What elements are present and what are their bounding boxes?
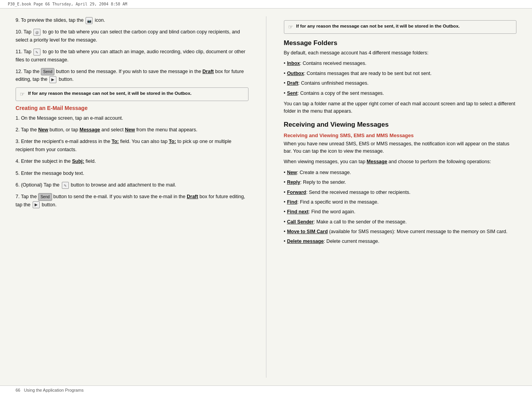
step-1-text: 1. On the Message screen, tap an e-mail … xyxy=(16,115,123,121)
item-9-text: 9. To preview the slides, tap the 📷 icon… xyxy=(16,17,105,23)
attach-icon-11: ✎ xyxy=(33,49,40,56)
op-find-next-label: Find next xyxy=(287,209,309,214)
arrow-icon-12: ▶ xyxy=(49,76,56,83)
folders-footer: You can tap a folder name at the upper r… xyxy=(284,100,517,115)
list-item-10: 10. Tap @ to go to the tab where you can… xyxy=(16,28,248,44)
receiving-sub-heading: Receiving and Viewing SMS, EMS and MMS M… xyxy=(284,132,517,138)
op-new: • New: Create a new message. xyxy=(284,169,517,176)
list-item-12: 12. Tap the Send button to send the mess… xyxy=(16,68,248,84)
note-text-right: If for any reason the message can not be… xyxy=(296,23,460,31)
message-label-viewing: Message xyxy=(367,159,387,164)
folder-inbox: • Inbox: Contains received messages. xyxy=(284,60,517,67)
op-find: • Find: Find a specific word in the mess… xyxy=(284,199,517,206)
creating-step-1: 1. On the Message screen, tap an e-mail … xyxy=(16,114,248,122)
to-label-3: To: xyxy=(112,139,119,144)
step-5-text: 5. Enter the message body text. xyxy=(16,171,84,176)
note-box-left: ☞ If for any reason the message can not … xyxy=(16,87,248,101)
note-icon-left: ☞ xyxy=(20,90,25,98)
new-label-2b: New xyxy=(125,127,135,132)
creating-step-5: 5. Enter the message body text. xyxy=(16,169,248,177)
op-delete: • Delete message: Delete current message… xyxy=(284,238,517,245)
op-reply-label: Reply xyxy=(287,180,300,185)
creating-step-2: 2. Tap the New button, or tap Message an… xyxy=(16,126,248,134)
to-label-3b: To: xyxy=(169,139,176,144)
footer-section: Using the Application Programs xyxy=(24,388,83,392)
folders-intro: By default, each message account has 4 d… xyxy=(284,49,517,57)
page-container: P30_E.book Page 66 Thursday, April 29, 2… xyxy=(0,0,532,394)
right-column: ☞ If for any reason the message can not … xyxy=(278,16,517,378)
footer-page-number: 66 xyxy=(16,388,20,392)
op-move-sim: • Move to SIM Card (available for SMS me… xyxy=(284,228,517,235)
creating-step-4: 4. Enter the subject in the Subj: field. xyxy=(16,157,248,165)
receiving-intro: When you have new unread SMS, EMS or MMS… xyxy=(284,140,517,155)
creating-step-3: 3. Enter the recipient's e-mail address … xyxy=(16,138,248,153)
attach-icon-6: ✎ xyxy=(62,182,69,189)
op-reply: • Reply: Reply to the sender. xyxy=(284,179,517,186)
item-12-text: 12. Tap the Send button to send the mess… xyxy=(16,69,244,82)
note-text-left: If for any reason the message can not be… xyxy=(28,90,191,98)
preview-icon: 📷 xyxy=(86,17,93,24)
draft-label-7: Draft xyxy=(187,194,198,199)
header-text: P30_E.book Page 66 Thursday, April 29, 2… xyxy=(8,2,127,6)
note-icon-right: ☞ xyxy=(288,23,293,31)
step-7-text: 7. Tap the Send button to send the e-mai… xyxy=(16,194,245,207)
left-column: 9. To preview the slides, tap the 📷 icon… xyxy=(16,16,254,378)
item-10-text: 10. Tap @ to go to the tab where you can… xyxy=(16,29,240,42)
footer-bar: 66 Using the Application Programs xyxy=(0,385,532,394)
op-forward: • Forward: Send the received message to … xyxy=(284,189,517,196)
content-area: 9. To preview the slides, tap the 📷 icon… xyxy=(0,9,532,385)
sent-label: Sent xyxy=(287,91,298,96)
draft-label: Draft xyxy=(287,80,298,86)
op-find-next: • Find next: Find the word again. xyxy=(284,208,517,216)
creating-heading: Creating an E-Mail Message xyxy=(16,105,248,111)
op-find-label: Find xyxy=(287,199,297,205)
list-item-11: 11. Tap ✎ to go to the tab where you can… xyxy=(16,48,248,64)
step-6-text: 6. (Optional) Tap the ✎ button to browse… xyxy=(16,182,176,188)
message-label-2: Message xyxy=(79,127,100,132)
folder-outbox: • Outbox: Contains messages that are rea… xyxy=(284,70,517,77)
arrow-icon-7: ▶ xyxy=(33,201,40,208)
draft-label-12: Draft xyxy=(203,69,214,74)
header-bar: P30_E.book Page 66 Thursday, April 29, 2… xyxy=(0,0,532,9)
receiving-heading: Receiving and Viewing Messages xyxy=(284,121,517,129)
viewing-text: When viewing messages, you can tap Messa… xyxy=(284,158,517,166)
cc-icon: @ xyxy=(33,29,40,36)
item-11-text: 11. Tap ✎ to go to the tab where you can… xyxy=(16,49,245,62)
send-button-label-7: Send xyxy=(38,193,52,201)
new-label-2: New xyxy=(38,127,48,132)
op-call-sender-label: Call Sender xyxy=(287,219,314,225)
message-folders-heading: Message Folders xyxy=(284,39,517,47)
subj-label-4: Subj: xyxy=(72,159,84,164)
list-item-9: 9. To preview the slides, tap the 📷 icon… xyxy=(16,16,248,24)
folder-sent: • Sent: Contains a copy of the sent mess… xyxy=(284,90,517,97)
footer-separator xyxy=(20,388,24,392)
step-3-text: 3. Enter the recipient's e-mail address … xyxy=(16,139,231,152)
send-button-label-12: Send xyxy=(41,68,54,76)
op-forward-label: Forward xyxy=(287,190,306,195)
outbox-label: Outbox xyxy=(287,71,304,76)
op-new-label: New xyxy=(287,170,297,175)
step-4-text: 4. Enter the subject in the Subj: field. xyxy=(16,159,96,164)
note-box-right: ☞ If for any reason the message can not … xyxy=(284,20,517,34)
creating-step-6: 6. (Optional) Tap the ✎ button to browse… xyxy=(16,181,248,189)
creating-step-7: 7. Tap the Send button to send the e-mai… xyxy=(16,193,248,209)
inbox-label: Inbox xyxy=(287,61,300,66)
op-call-sender: • Call Sender: Make a call to the sender… xyxy=(284,218,517,226)
folder-draft: • Draft: Contains unfinished messages. xyxy=(284,80,517,87)
op-move-sim-label: Move to SIM Card xyxy=(287,229,328,234)
op-delete-label: Delete message xyxy=(287,239,324,244)
column-divider xyxy=(266,16,266,378)
step-2-text: 2. Tap the New button, or tap Message an… xyxy=(16,127,197,132)
